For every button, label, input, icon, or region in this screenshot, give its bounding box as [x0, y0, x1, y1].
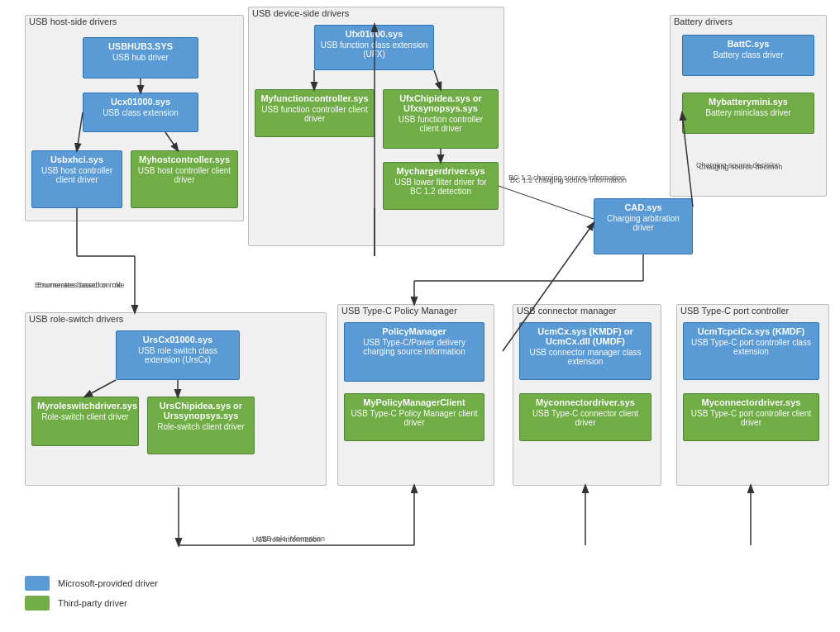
- legend-microsoft-label: Microsoft-provided driver: [58, 578, 158, 588]
- legend-thirdparty-label: Third-party driver: [58, 598, 127, 608]
- charging-decision-label: Charging source decision: [696, 161, 780, 169]
- group-host-label: USB host-side drivers: [29, 17, 117, 26]
- box-ufx01000: Ufx01000.sys USB function class extensio…: [314, 25, 434, 70]
- group-port-label: USB Type-C port controller: [680, 306, 789, 316]
- box-myhostcontroller: Myhostcontroller.sys USB host controller…: [131, 150, 238, 208]
- box-ufxchipidea: UfxChipidea.sys or Ufxsynopsys.sys USB f…: [383, 89, 499, 149]
- group-policy-label: USB Type-C Policy Manager: [341, 306, 457, 316]
- legend-thirdparty: Third-party driver: [25, 596, 158, 611]
- box-ucmtcpcicx: UcmTcpciCx.sys (KMDF) USB Type-C port co…: [683, 322, 819, 380]
- box-ucmcx: UcmCx.sys (KMDF) or UcmCx.dll (UMDF) USB…: [519, 322, 651, 380]
- box-urscx01000: UrsCx01000.sys USB role switch class ext…: [116, 330, 240, 380]
- group-role-switch-label: USB role-switch drivers: [29, 314, 123, 324]
- box-usbxhci: Usbxhci.sys USB host controller client d…: [31, 150, 122, 208]
- box-ucx01000: Ucx01000.sys USB class extension: [83, 93, 198, 132]
- enumerates-label: Enumerates based on role: [35, 281, 122, 289]
- box-urschipidea: UrsChipidea.sys or Urssynopsys.sys Role-…: [147, 397, 255, 454]
- bc12-label: BC 1.2 charging source information: [510, 176, 627, 184]
- legend-thirdparty-box: [25, 596, 50, 611]
- box-mypolicymanagerclient: MyPolicyManagerClient USB Type-C Policy …: [344, 393, 484, 441]
- group-device-label: USB device-side drivers: [252, 8, 349, 18]
- box-mychargerdriver: Mychargerdriver.sys USB lower filter dri…: [383, 162, 499, 210]
- box-policymanager: PolicyManager USB Type-C/Power delivery …: [344, 322, 484, 382]
- group-battery-label: Battery drivers: [674, 17, 733, 26]
- group-connector-label: USB connector manager: [517, 306, 616, 316]
- box-mybatterymini: Mybatterymini.sys Battery miniclass driv…: [682, 93, 814, 134]
- box-usbhub3: USBHUB3.SYS USB hub driver: [83, 37, 198, 78]
- box-cad: CAD.sys Charging arbitration driver: [594, 198, 693, 254]
- legend-microsoft-box: [25, 576, 50, 591]
- box-battc: BattC.sys Battery class driver: [682, 35, 814, 76]
- box-myroleswitchdriver: Myroleswitchdriver.sys Role-switch clien…: [31, 397, 139, 446]
- legend: Microsoft-provided driver Third-party dr…: [25, 576, 158, 615]
- diagram-container: USB host-side drivers USBHUB3.SYS USB hu…: [0, 0, 840, 632]
- box-myfunctioncontroller: Myfunctioncontroller.sys USB function co…: [255, 89, 375, 137]
- legend-microsoft: Microsoft-provided driver: [25, 576, 158, 591]
- role-info-label: USB role information: [252, 535, 321, 544]
- box-myconnectordriver1: Myconnectordriver.sys USB Type-C connect…: [519, 393, 651, 441]
- svg-line-6: [499, 186, 594, 219]
- box-myconnectordriver2: Myconnectordriver.sys USB Type-C port co…: [683, 393, 819, 441]
